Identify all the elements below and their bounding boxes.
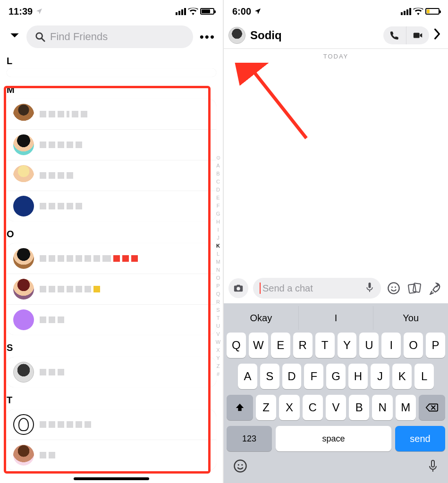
alpha-index-letter[interactable]: M bbox=[214, 258, 222, 266]
prediction-word[interactable]: Okay bbox=[224, 306, 299, 330]
alpha-index-letter[interactable]: E bbox=[214, 194, 222, 202]
alpha-index-letter[interactable]: U bbox=[214, 322, 222, 330]
contact-row[interactable] bbox=[7, 243, 216, 274]
numbers-key[interactable]: 123 bbox=[227, 426, 272, 451]
alpha-index-letter[interactable]: ⊙ bbox=[214, 154, 222, 162]
alpha-index-letter[interactable]: T bbox=[214, 314, 222, 322]
key-y[interactable]: Y bbox=[338, 333, 357, 358]
key-z[interactable]: Z bbox=[256, 395, 276, 420]
alpha-index-letter[interactable]: R bbox=[214, 298, 222, 306]
audio-call-button[interactable] bbox=[383, 26, 406, 44]
key-t[interactable]: T bbox=[315, 333, 335, 358]
emoji-keyboard-button[interactable] bbox=[233, 459, 247, 476]
key-e[interactable]: E bbox=[271, 333, 290, 358]
contact-row[interactable] bbox=[7, 440, 216, 470]
contact-name-redacted bbox=[40, 421, 91, 428]
key-l[interactable]: L bbox=[414, 364, 434, 389]
battery-icon bbox=[425, 8, 440, 15]
video-call-button[interactable] bbox=[406, 26, 429, 44]
svg-line-3 bbox=[251, 68, 306, 138]
contact-row[interactable] bbox=[7, 160, 216, 191]
emoji-button[interactable] bbox=[386, 280, 402, 296]
key-v[interactable]: V bbox=[326, 395, 346, 420]
more-menu-button[interactable]: ••• bbox=[198, 28, 217, 46]
alpha-index-letter[interactable]: Q bbox=[214, 290, 222, 298]
contact-row[interactable] bbox=[7, 305, 216, 335]
collapse-chevron[interactable] bbox=[6, 27, 22, 47]
key-r[interactable]: R bbox=[293, 333, 313, 358]
prediction-word[interactable]: You bbox=[373, 306, 448, 330]
alpha-index-letter[interactable]: L bbox=[214, 250, 222, 258]
home-indicator[interactable] bbox=[74, 477, 149, 480]
alpha-index-letter[interactable]: X bbox=[214, 346, 222, 354]
alpha-index-letter[interactable]: # bbox=[214, 370, 222, 378]
backspace-key[interactable] bbox=[419, 395, 445, 420]
key-f[interactable]: F bbox=[304, 364, 323, 389]
voice-input-button[interactable] bbox=[365, 282, 374, 295]
alpha-index-letter[interactable]: W bbox=[214, 338, 222, 346]
avatar-icon bbox=[13, 196, 34, 217]
contact-row[interactable] bbox=[7, 130, 216, 160]
contact-avatar[interactable] bbox=[228, 27, 245, 44]
key-o[interactable]: O bbox=[404, 333, 423, 358]
key-a[interactable]: A bbox=[238, 364, 257, 389]
alpha-index-letter[interactable]: S bbox=[214, 306, 222, 314]
key-k[interactable]: K bbox=[392, 364, 412, 389]
send-key[interactable]: send bbox=[395, 426, 445, 451]
avatar-icon bbox=[13, 414, 34, 435]
chat-details-button[interactable] bbox=[429, 28, 443, 43]
alpha-index-letter[interactable]: A bbox=[214, 162, 222, 170]
space-key[interactable]: space bbox=[276, 426, 391, 451]
text-cursor bbox=[260, 283, 261, 294]
alpha-index-letter[interactable]: Y bbox=[214, 354, 222, 362]
chat-text-input[interactable]: Send a chat bbox=[253, 278, 381, 299]
key-c[interactable]: C bbox=[303, 395, 323, 420]
key-m[interactable]: M bbox=[396, 395, 416, 420]
key-b[interactable]: B bbox=[349, 395, 369, 420]
contact-row[interactable] bbox=[7, 409, 216, 440]
alpha-index-letter[interactable]: H bbox=[214, 218, 222, 226]
contact-name[interactable]: Sodiq bbox=[250, 29, 282, 42]
alpha-index-letter[interactable]: N bbox=[214, 266, 222, 274]
shift-key[interactable] bbox=[227, 395, 253, 420]
alpha-index-letter[interactable]: B bbox=[214, 170, 222, 178]
key-j[interactable]: J bbox=[371, 364, 390, 389]
key-q[interactable]: Q bbox=[227, 333, 246, 358]
contact-row[interactable] bbox=[7, 357, 216, 387]
contact-row[interactable] bbox=[7, 99, 216, 130]
alphabet-index[interactable]: ⊙ABCDEFGHIJKLMNOPQRSTUVWXYZ# bbox=[214, 154, 222, 378]
alpha-index-letter[interactable]: C bbox=[214, 178, 222, 186]
key-h[interactable]: H bbox=[348, 364, 368, 389]
key-x[interactable]: X bbox=[279, 395, 299, 420]
search-input[interactable]: Find Friends bbox=[26, 25, 193, 48]
key-p[interactable]: P bbox=[426, 333, 445, 358]
rocket-button[interactable] bbox=[427, 280, 443, 296]
key-g[interactable]: G bbox=[326, 364, 346, 389]
alpha-index-letter[interactable]: I bbox=[214, 226, 222, 234]
svg-point-7 bbox=[395, 286, 396, 288]
alpha-index-letter[interactable]: Z bbox=[214, 362, 222, 370]
key-u[interactable]: U bbox=[359, 333, 379, 358]
prediction-word[interactable]: I bbox=[299, 306, 374, 330]
contact-row[interactable] bbox=[7, 191, 216, 221]
cards-icon bbox=[407, 282, 422, 295]
alpha-index-letter[interactable]: F bbox=[214, 202, 222, 210]
key-w[interactable]: W bbox=[249, 333, 268, 358]
memories-button[interactable] bbox=[406, 280, 423, 296]
key-n[interactable]: N bbox=[372, 395, 392, 420]
chat-messages-area[interactable] bbox=[224, 63, 448, 274]
alpha-index-letter[interactable]: K bbox=[214, 242, 222, 250]
key-d[interactable]: D bbox=[282, 364, 302, 389]
alpha-index-letter[interactable]: G bbox=[214, 210, 222, 218]
alpha-index-letter[interactable]: J bbox=[214, 234, 222, 242]
key-i[interactable]: I bbox=[381, 333, 401, 358]
alpha-index-letter[interactable]: P bbox=[214, 282, 222, 290]
contact-row[interactable] bbox=[7, 274, 216, 305]
alpha-index-letter[interactable]: D bbox=[214, 186, 222, 194]
dictation-button[interactable] bbox=[427, 459, 439, 476]
alpha-index-letter[interactable]: V bbox=[214, 330, 222, 338]
location-icon bbox=[35, 8, 43, 15]
camera-button[interactable] bbox=[228, 278, 248, 298]
key-s[interactable]: S bbox=[260, 364, 279, 389]
alpha-index-letter[interactable]: O bbox=[214, 274, 222, 282]
